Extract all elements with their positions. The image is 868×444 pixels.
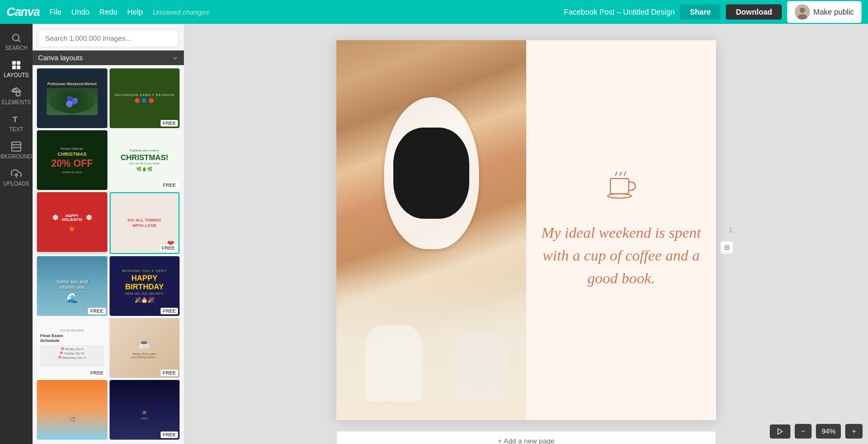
template-item[interactable]: JEFFERSON FAMILY REUNION 🔴🔵🔴 FREE <box>110 68 180 128</box>
search-input[interactable] <box>38 29 178 47</box>
svg-rect-6 <box>17 61 21 65</box>
elements-icon <box>11 87 22 98</box>
make-public-button[interactable]: Make public <box>787 1 861 23</box>
search-icon <box>11 33 22 43</box>
chevron-down-icon <box>172 55 178 61</box>
free-badge: FREE <box>88 308 105 314</box>
canvas-photo-area <box>336 40 526 420</box>
coffee-cup-icon <box>605 171 637 208</box>
svg-point-1 <box>800 8 805 13</box>
layouts-dropdown-label: Canva layouts <box>38 54 82 62</box>
canvas-main-text: My ideal weekend is spent with a cup of … <box>537 221 705 290</box>
free-badge: FREE <box>161 370 178 376</box>
help-menu[interactable]: Help <box>127 8 143 16</box>
undo-button[interactable]: Undo <box>72 8 90 16</box>
make-public-label: Make public <box>813 8 854 16</box>
template-item[interactable]: DO ALL THINGSWITH LOVE ❤ FREE <box>110 192 180 254</box>
redo-button[interactable]: Redo <box>99 8 117 16</box>
sidebar-item-uploads[interactable]: UPLOADS <box>0 164 33 191</box>
svg-rect-17 <box>610 179 629 194</box>
canva-logo: Canva <box>7 5 40 19</box>
sidebar-search-label: SEARCH <box>5 45 28 51</box>
template-item[interactable]: 🏖️ <box>37 380 107 440</box>
canvas-text-area: My ideal weekend is spent with a cup of … <box>526 40 716 420</box>
sidebar-layouts-label: LAYOUTS <box>4 72 29 78</box>
template-item[interactable]: Pottstown Weekend Market 🫐 <box>37 68 107 128</box>
svg-rect-5 <box>12 61 16 65</box>
svg-text:T: T <box>12 115 17 124</box>
layouts-icon <box>11 60 22 71</box>
template-item[interactable]: 🌉 FREE FREE <box>110 380 180 440</box>
text-icon: T <box>11 114 22 125</box>
page-add-button[interactable] <box>720 241 733 254</box>
free-badge: FREE <box>88 370 105 376</box>
template-item[interactable]: EXAM REVIEW Final ExamSchedule 📅 Monday,… <box>37 318 107 378</box>
svg-rect-10 <box>16 92 20 96</box>
present-button[interactable] <box>770 424 790 439</box>
template-item[interactable]: ❄ HAPPY HOLIDAYS! ❄ 🎁 <box>37 192 107 254</box>
unsaved-changes-label: Unsaved changes <box>152 8 209 16</box>
svg-rect-13 <box>12 142 21 151</box>
svg-line-4 <box>18 40 21 42</box>
sidebar-item-search[interactable]: SEARCH <box>0 28 33 55</box>
file-menu[interactable]: File <box>49 8 62 16</box>
add-page-button[interactable]: + Add a new page <box>336 431 716 444</box>
free-badge: FREE <box>161 432 178 438</box>
sidebar-elements-label: ELEMENTS <box>2 99 31 105</box>
template-item[interactable]: ☕ things that makeeverything better... F… <box>110 318 180 378</box>
page-actions <box>720 241 733 254</box>
sidebar-item-text[interactable]: T TEXT <box>0 110 33 137</box>
page-number: 1 <box>729 226 732 234</box>
svg-point-18 <box>608 194 631 198</box>
svg-marker-22 <box>778 428 782 434</box>
template-item[interactable]: Perfect Gifts for CHRISTMAS 20% OFF webs… <box>37 130 107 190</box>
free-badge: FREE <box>161 120 178 126</box>
zoom-plus-button[interactable]: + <box>845 424 863 439</box>
background-icon <box>11 141 22 152</box>
svg-rect-7 <box>12 66 16 69</box>
svg-rect-8 <box>17 66 21 69</box>
free-badge: FREE <box>161 182 178 188</box>
present-icon <box>776 428 784 435</box>
template-item[interactable]: WISHING YOU A VERY HAPPYBIRTHDAY FROM: A… <box>110 256 180 316</box>
download-button[interactable]: Download <box>726 4 782 20</box>
sidebar-text-label: TEXT <box>9 126 23 132</box>
uploads-icon <box>11 168 22 179</box>
design-canvas[interactable]: My ideal weekend is spent with a cup of … <box>336 40 716 420</box>
template-item[interactable]: If giving you a merry CHRISTMAS! from th… <box>110 130 180 190</box>
sidebar-item-background[interactable]: BKGROUND <box>0 137 33 164</box>
design-title: Facebook Post – Untitled Design <box>564 8 675 16</box>
template-item[interactable]: Some sun andvitamin sea 🌊 FREE <box>37 256 107 316</box>
avatar <box>795 4 810 20</box>
layouts-dropdown[interactable]: Canva layouts <box>33 50 184 65</box>
share-button[interactable]: Share <box>680 4 720 20</box>
sidebar-uploads-label: UPLOADS <box>3 181 29 187</box>
sidebar-item-layouts[interactable]: LAYOUTS <box>0 55 33 83</box>
sidebar-background-label: BKGROUND <box>1 154 32 160</box>
free-badge: FREE <box>159 245 177 251</box>
svg-point-3 <box>12 34 19 41</box>
sidebar-item-elements[interactable]: ELEMENTS <box>0 83 33 110</box>
zoom-level: 94% <box>816 424 841 439</box>
zoom-minus-button[interactable]: − <box>795 424 812 439</box>
free-badge: FREE <box>161 308 178 314</box>
